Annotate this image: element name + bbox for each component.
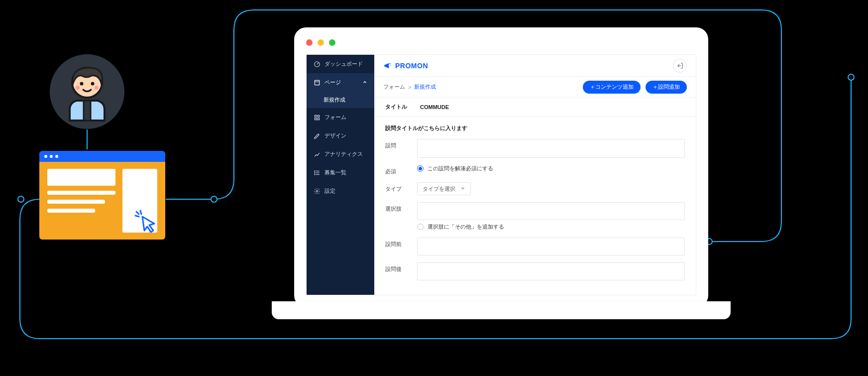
svg-rect-0 xyxy=(84,101,91,121)
sidebar-item-analytics[interactable]: アナリティクス xyxy=(307,145,374,163)
svg-point-22 xyxy=(316,190,318,192)
brand: PROMON xyxy=(383,61,428,70)
svg-point-21 xyxy=(315,174,315,174)
subbar: フォーム > 新規作成 ＋コンテンツ追加 ＋設問追加 xyxy=(374,77,696,98)
svg-rect-14 xyxy=(315,118,317,120)
gear-icon xyxy=(314,188,321,195)
svg-line-7 xyxy=(135,216,139,217)
pen-icon xyxy=(314,132,321,139)
page-icon xyxy=(314,79,321,86)
sidebar-item-design[interactable]: デザイン xyxy=(307,126,374,145)
svg-point-23 xyxy=(389,63,390,64)
grid-icon xyxy=(314,114,321,121)
zoom-dot xyxy=(329,39,335,46)
svg-rect-12 xyxy=(315,115,317,117)
wire-node xyxy=(211,196,217,203)
topbar: PROMON xyxy=(374,55,696,77)
choices-other-text: 選択肢に「その他」を追加する xyxy=(428,223,504,231)
sidebar-label: ページ xyxy=(325,79,341,86)
add-question-button[interactable]: ＋設問追加 xyxy=(646,81,687,94)
sidebar-label: デザイン xyxy=(325,132,346,139)
section-heading: 設問タイトルがこちらに入ります xyxy=(385,125,685,132)
close-dot xyxy=(306,39,313,46)
form-content: 設問タイトルがこちらに入ります 設問 必須 この設問を解湊必須にする タイプ xyxy=(374,117,696,295)
radio-empty-icon xyxy=(417,224,424,230)
logout-button[interactable] xyxy=(673,59,687,73)
sidebar-item-recruit[interactable]: 募集一覧 xyxy=(307,163,374,182)
svg-point-3 xyxy=(91,82,95,86)
required-toggle[interactable]: この設問を解湊必須にする xyxy=(417,165,685,172)
chevron-down-icon xyxy=(460,186,465,192)
svg-rect-10 xyxy=(315,80,319,85)
breadcrumb-current: 新規作成 xyxy=(414,83,436,91)
laptop-base xyxy=(272,301,731,319)
svg-point-20 xyxy=(315,172,315,173)
radio-filled-icon xyxy=(417,165,424,172)
after-input[interactable] xyxy=(417,262,685,280)
label-question: 設問 xyxy=(385,139,417,149)
svg-point-19 xyxy=(315,170,315,171)
label-choices: 選択肢 xyxy=(385,202,417,213)
sidebar: ダッシュボード ページ 新規作成 フォーム xyxy=(307,55,374,295)
wire-node xyxy=(848,74,855,81)
webpage-illustration xyxy=(39,151,165,240)
sidebar-item-dashboard[interactable]: ダッシュボード xyxy=(307,55,374,73)
minimize-dot xyxy=(318,39,324,46)
user-avatar-illustration xyxy=(50,54,124,129)
app-window: ダッシュボード ページ 新規作成 フォーム xyxy=(306,54,696,295)
megaphone-icon xyxy=(383,61,392,70)
svg-point-4 xyxy=(76,86,80,90)
sidebar-item-page[interactable]: ページ xyxy=(307,73,374,92)
laptop-frame: ダッシュボード ページ 新規作成 フォーム xyxy=(294,27,708,307)
label-required: 必須 xyxy=(385,165,417,175)
svg-point-24 xyxy=(390,64,391,65)
chevron-up-icon xyxy=(362,80,367,86)
gauge-icon xyxy=(314,61,321,68)
sidebar-item-settings[interactable]: 設定 xyxy=(307,182,374,200)
window-traffic-lights xyxy=(306,39,335,46)
question-input[interactable] xyxy=(417,139,685,158)
label-type: タイプ xyxy=(385,182,417,193)
title-value: COMMUDE xyxy=(420,104,449,110)
wire-node xyxy=(17,196,24,203)
required-text: この設問を解湊必須にする xyxy=(428,165,493,172)
sidebar-label: 設定 xyxy=(325,187,335,195)
chart-icon xyxy=(314,151,321,158)
logout-icon xyxy=(676,62,683,69)
breadcrumb-root[interactable]: フォーム xyxy=(383,83,405,91)
brand-name: PROMON xyxy=(395,62,428,70)
svg-point-5 xyxy=(95,86,99,90)
svg-rect-13 xyxy=(318,115,320,117)
sidebar-label: ダッシュボード xyxy=(325,60,363,68)
sidebar-subitem-new[interactable]: 新規作成 xyxy=(307,92,374,108)
main-area: PROMON フォーム > 新規作成 ＋コンテンツ追加 ＋設問追加 タイトル C… xyxy=(374,55,696,295)
title-bar: タイトル COMMUDE xyxy=(374,98,696,117)
breadcrumb-sep: > xyxy=(408,84,411,90)
svg-line-8 xyxy=(136,212,139,214)
label-after: 設問後 xyxy=(385,262,417,273)
type-select[interactable]: タイプを選択 xyxy=(417,182,471,195)
sidebar-label: フォーム xyxy=(325,114,346,121)
title-label: タイトル xyxy=(385,103,407,111)
add-content-button[interactable]: ＋コンテンツ追加 xyxy=(583,81,641,94)
choices-input[interactable] xyxy=(417,202,685,220)
choices-other-toggle[interactable]: 選択肢に「その他」を追加する xyxy=(417,223,685,231)
before-input[interactable] xyxy=(417,238,685,255)
svg-line-6 xyxy=(140,211,141,214)
svg-point-2 xyxy=(80,82,84,86)
sidebar-label: アナリティクス xyxy=(325,150,363,158)
list-icon xyxy=(314,169,321,176)
cursor-click-icon xyxy=(133,209,160,236)
type-select-value: タイプを選択 xyxy=(423,185,455,193)
sidebar-item-form[interactable]: フォーム xyxy=(307,108,374,126)
svg-rect-15 xyxy=(318,118,320,120)
label-before: 設問前 xyxy=(385,238,417,248)
sidebar-label: 募集一覧 xyxy=(325,169,346,176)
